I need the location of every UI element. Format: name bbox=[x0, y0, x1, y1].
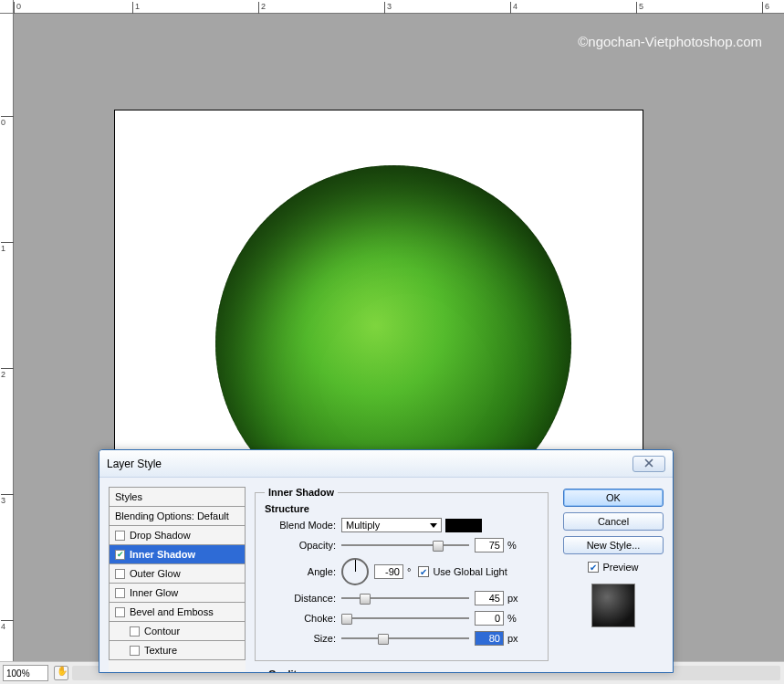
style-item-label: Contour bbox=[144, 626, 180, 637]
hand-tool-icon[interactable] bbox=[54, 666, 68, 680]
style-item-label: Inner Glow bbox=[130, 587, 178, 598]
style-checkbox[interactable]: ✔ bbox=[115, 550, 125, 560]
structure-label: Structure bbox=[265, 503, 538, 514]
ruler-h-tick: 1 bbox=[132, 2, 140, 14]
opacity-label: Opacity: bbox=[265, 540, 336, 551]
blend-mode-value: Multiply bbox=[346, 520, 380, 531]
style-item-outer-glow[interactable]: Outer Glow bbox=[109, 564, 246, 584]
panel-title: Inner Shadow bbox=[265, 487, 338, 498]
ruler-h-tick: 4 bbox=[510, 2, 517, 14]
style-checkbox[interactable] bbox=[130, 646, 140, 656]
choke-unit: % bbox=[507, 613, 517, 624]
choke-row: Choke: 0 % bbox=[265, 611, 538, 626]
ruler-h-tick: 5 bbox=[636, 2, 643, 14]
layer-style-dialog: Layer Style Styles Blending Options: Def… bbox=[99, 449, 674, 673]
blending-options-label: Blending Options: Default bbox=[115, 510, 229, 521]
size-input[interactable]: 80 bbox=[475, 631, 504, 646]
shadow-color-swatch[interactable] bbox=[445, 519, 482, 532]
inner-shadow-fieldset: Inner Shadow Structure Blend Mode: Multi… bbox=[255, 487, 549, 661]
angle-row: Angle: -90 ° ✔ Use Global Light bbox=[265, 558, 538, 585]
ruler-corner bbox=[0, 0, 14, 14]
opacity-unit: % bbox=[507, 540, 517, 551]
ruler-v-tick: 1 bbox=[1, 242, 14, 253]
ruler-v-tick: 4 bbox=[1, 620, 14, 631]
opacity-input[interactable]: 75 bbox=[475, 538, 504, 552]
style-item-label: Texture bbox=[144, 645, 177, 656]
ruler-h-tick: 2 bbox=[258, 2, 266, 14]
close-icon bbox=[643, 458, 654, 469]
distance-input[interactable]: 45 bbox=[475, 591, 504, 605]
choke-input[interactable]: 0 bbox=[475, 611, 504, 626]
blend-mode-dropdown[interactable]: Multiply bbox=[341, 518, 442, 532]
style-item-bevel-and-emboss[interactable]: Bevel and Emboss bbox=[109, 603, 246, 622]
style-checkbox[interactable] bbox=[115, 531, 125, 541]
use-global-light-checkbox[interactable]: ✔ bbox=[418, 566, 429, 577]
style-list: Styles Blending Options: Default Drop Sh… bbox=[109, 487, 246, 672]
style-checkbox[interactable] bbox=[130, 626, 140, 637]
ok-button[interactable]: OK bbox=[563, 489, 664, 507]
size-slider[interactable] bbox=[341, 632, 469, 645]
angle-input[interactable]: -90 bbox=[374, 564, 403, 579]
chevron-down-icon bbox=[430, 523, 437, 528]
ruler-v-tick: 2 bbox=[1, 368, 14, 379]
angle-dial[interactable] bbox=[341, 558, 369, 585]
size-row: Size: 80 px bbox=[265, 631, 538, 646]
preview-checkbox[interactable]: ✔ bbox=[588, 562, 599, 573]
choke-label: Choke: bbox=[265, 613, 336, 624]
distance-slider[interactable] bbox=[341, 592, 469, 605]
angle-label: Angle: bbox=[265, 566, 336, 577]
dialog-buttons: OK Cancel New Style... ✔ Preview bbox=[563, 487, 664, 672]
choke-slider[interactable] bbox=[341, 612, 469, 625]
style-item-texture[interactable]: Texture bbox=[109, 641, 246, 660]
cancel-button[interactable]: Cancel bbox=[563, 512, 664, 531]
distance-row: Distance: 45 px bbox=[265, 591, 538, 605]
style-item-label: Inner Shadow bbox=[130, 549, 195, 560]
style-checkbox[interactable] bbox=[115, 569, 125, 579]
ruler-v-tick: 3 bbox=[1, 494, 14, 505]
new-style-button[interactable]: New Style... bbox=[563, 536, 664, 554]
preview-swatch bbox=[591, 584, 635, 627]
style-item-inner-shadow[interactable]: ✔Inner Shadow bbox=[109, 545, 246, 564]
preview-label: Preview bbox=[602, 562, 638, 573]
zoom-input[interactable]: 100% bbox=[3, 665, 48, 681]
styles-header[interactable]: Styles bbox=[109, 487, 246, 507]
blending-options-row[interactable]: Blending Options: Default bbox=[109, 507, 246, 526]
dialog-title: Layer Style bbox=[107, 458, 162, 470]
blend-mode-row: Blend Mode: Multiply bbox=[265, 518, 538, 532]
style-item-label: Outer Glow bbox=[130, 568, 181, 579]
dialog-titlebar[interactable]: Layer Style bbox=[99, 450, 673, 478]
ruler-h-tick: 0 bbox=[14, 2, 21, 14]
ruler-h-tick: 6 bbox=[762, 2, 769, 14]
settings-panel: Inner Shadow Structure Blend Mode: Multi… bbox=[255, 487, 554, 672]
style-item-inner-glow[interactable]: Inner Glow bbox=[109, 584, 246, 603]
watermark: ©ngochan-Vietphotoshop.com bbox=[578, 34, 762, 49]
quality-fieldset: Quality bbox=[255, 668, 549, 673]
close-button[interactable] bbox=[632, 456, 665, 472]
style-checkbox[interactable] bbox=[115, 607, 125, 617]
style-checkbox[interactable] bbox=[115, 588, 125, 598]
size-label: Size: bbox=[265, 633, 336, 644]
ruler-v-tick: 0 bbox=[1, 116, 14, 127]
size-unit: px bbox=[507, 633, 518, 644]
distance-unit: px bbox=[507, 593, 518, 604]
angle-unit: ° bbox=[407, 566, 411, 577]
style-item-drop-shadow[interactable]: Drop Shadow bbox=[109, 526, 246, 545]
blend-mode-label: Blend Mode: bbox=[265, 520, 336, 531]
style-item-label: Bevel and Emboss bbox=[130, 606, 214, 617]
distance-label: Distance: bbox=[265, 593, 336, 604]
use-global-light-label: Use Global Light bbox=[433, 566, 507, 577]
ruler-vertical: 0 1 2 3 4 bbox=[0, 14, 14, 661]
style-item-contour[interactable]: Contour bbox=[109, 622, 246, 641]
style-item-label: Drop Shadow bbox=[130, 530, 191, 541]
quality-label: Quality bbox=[265, 668, 306, 673]
ruler-h-tick: 3 bbox=[384, 2, 392, 14]
preview-row: ✔ Preview bbox=[563, 562, 664, 573]
opacity-slider[interactable] bbox=[341, 539, 469, 552]
opacity-row: Opacity: 75 % bbox=[265, 538, 538, 552]
ruler-horizontal: 0 1 2 3 4 5 6 bbox=[14, 0, 784, 14]
